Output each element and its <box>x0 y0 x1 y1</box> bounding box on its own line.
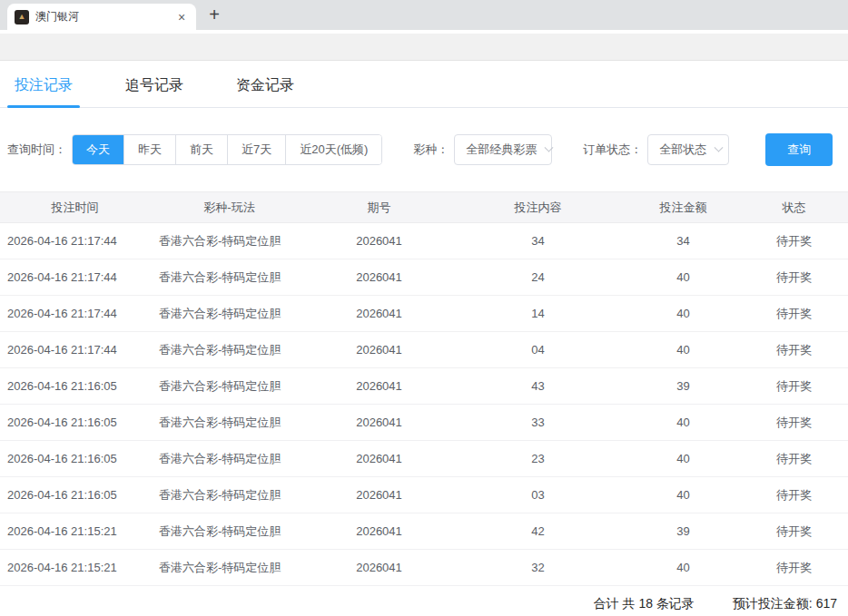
col-bet-content: 投注内容 <box>449 192 626 223</box>
cell-issue: 2026041 <box>309 368 449 405</box>
cell-status: 待开奖 <box>740 296 848 332</box>
cell-bet-amount: 39 <box>626 513 740 550</box>
cell-bet-content: 04 <box>449 332 626 368</box>
cell-issue: 2026041 <box>309 513 449 550</box>
cell-status: 待开奖 <box>740 441 848 477</box>
cell-status: 待开奖 <box>740 550 848 586</box>
table-row: 2026-04-16 21:17:44香港六合彩-特码定位胆2026041343… <box>0 223 848 259</box>
cell-bet-amount: 39 <box>626 368 740 405</box>
table-row: 2026-04-16 21:16:05香港六合彩-特码定位胆2026041433… <box>0 368 848 405</box>
cell-bet-content: 42 <box>449 513 626 550</box>
cell-lottery-play: 香港六合彩-特码定位胆 <box>150 477 309 513</box>
cell-issue: 2026041 <box>309 332 449 368</box>
time-option-3[interactable]: 近7天 <box>228 135 286 164</box>
cell-status: 待开奖 <box>740 223 848 259</box>
summary-bar: 合计 共 18 条记录 预计投注金额: 617 <box>0 596 848 612</box>
table-header-row: 投注时间 彩种-玩法 期号 投注内容 投注金额 状态 <box>0 192 848 223</box>
cell-bet-amount: 40 <box>626 259 740 296</box>
order-status-value: 全部状态 <box>659 142 706 158</box>
col-bet-amount: 投注金额 <box>626 192 740 223</box>
tab-fund-records[interactable]: 资金记录 <box>229 69 301 107</box>
time-range-group: 今天昨天前天近7天近20天(低频) <box>72 134 382 165</box>
table-row: 2026-04-16 21:17:44香港六合彩-特码定位胆2026041244… <box>0 259 848 296</box>
site-favicon-icon: ▲ <box>15 10 29 24</box>
cell-lottery-play: 香港六合彩-特码定位胆 <box>150 441 309 477</box>
cell-bet-time: 2026-04-16 21:15:21 <box>0 550 150 586</box>
galaxy-triangle-icon: ▲ <box>18 13 26 21</box>
new-tab-button[interactable]: + <box>202 3 227 28</box>
total-records-text: 合计 共 18 条记录 <box>594 596 695 612</box>
cell-status: 待开奖 <box>740 477 848 513</box>
cell-issue: 2026041 <box>309 259 449 296</box>
cell-lottery-play: 香港六合彩-特码定位胆 <box>150 513 309 550</box>
browser-tab[interactable]: ▲ 澳门银河 × <box>7 4 196 30</box>
cell-bet-amount: 40 <box>626 550 740 586</box>
cell-bet-time: 2026-04-16 21:16:05 <box>0 441 150 477</box>
cell-bet-content: 03 <box>449 477 626 513</box>
table-row: 2026-04-16 21:15:21香港六合彩-特码定位胆2026041324… <box>0 550 848 586</box>
order-status-label: 订单状态： <box>583 142 642 158</box>
browser-tab-title: 澳门银河 <box>35 9 174 24</box>
cell-bet-time: 2026-04-16 21:15:21 <box>0 513 150 550</box>
tab-chase-records[interactable]: 追号记录 <box>118 69 191 107</box>
cell-status: 待开奖 <box>740 368 848 405</box>
record-tabs: 投注记录追号记录资金记录 <box>0 61 848 108</box>
table-row: 2026-04-16 21:16:05香港六合彩-特码定位胆2026041334… <box>0 405 848 441</box>
cell-bet-content: 32 <box>449 550 626 586</box>
tab-bet-records[interactable]: 投注记录 <box>7 69 80 107</box>
cell-bet-amount: 40 <box>626 405 740 441</box>
browser-tab-bar: ▲ 澳门银河 × + <box>0 0 848 30</box>
cell-bet-content: 23 <box>449 441 626 477</box>
time-option-1[interactable]: 昨天 <box>124 135 176 164</box>
time-option-2[interactable]: 前天 <box>176 135 228 164</box>
table-row: 2026-04-16 21:17:44香港六合彩-特码定位胆2026041044… <box>0 332 848 368</box>
col-issue: 期号 <box>309 192 449 223</box>
col-lottery-play: 彩种-玩法 <box>150 192 309 223</box>
cell-bet-time: 2026-04-16 21:16:05 <box>0 405 150 441</box>
cell-bet-amount: 40 <box>626 477 740 513</box>
cell-lottery-play: 香港六合彩-特码定位胆 <box>150 405 309 441</box>
cell-lottery-play: 香港六合彩-特码定位胆 <box>150 296 309 332</box>
cell-status: 待开奖 <box>740 259 848 296</box>
table-row: 2026-04-16 21:16:05香港六合彩-特码定位胆2026041234… <box>0 441 848 477</box>
filter-bar: 查询时间： 今天昨天前天近7天近20天(低频) 彩种： 全部经典彩票 订单状态：… <box>7 133 848 166</box>
query-button[interactable]: 查询 <box>765 133 833 166</box>
time-option-4[interactable]: 近20天(低频) <box>286 135 381 164</box>
cell-issue: 2026041 <box>309 441 449 477</box>
cell-lottery-play: 香港六合彩-特码定位胆 <box>150 550 309 586</box>
cell-issue: 2026041 <box>309 223 449 259</box>
cell-bet-time: 2026-04-16 21:17:44 <box>0 223 150 259</box>
cell-issue: 2026041 <box>309 550 449 586</box>
cell-bet-amount: 40 <box>626 332 740 368</box>
lottery-select-value: 全部经典彩票 <box>466 142 537 158</box>
order-status-select[interactable]: 全部状态 <box>647 134 729 165</box>
cell-bet-content: 33 <box>449 405 626 441</box>
cell-bet-time: 2026-04-16 21:16:05 <box>0 477 150 513</box>
cell-issue: 2026041 <box>309 296 449 332</box>
col-bet-time: 投注时间 <box>0 192 150 223</box>
bet-records-table: 投注时间 彩种-玩法 期号 投注内容 投注金额 状态 2026-04-16 21… <box>0 191 848 586</box>
cell-bet-amount: 40 <box>626 296 740 332</box>
cell-bet-content: 24 <box>449 259 626 296</box>
cell-bet-content: 43 <box>449 368 626 405</box>
table-row: 2026-04-16 21:16:05香港六合彩-特码定位胆2026041034… <box>0 477 848 513</box>
cell-bet-content: 14 <box>449 296 626 332</box>
cell-bet-amount: 40 <box>626 441 740 477</box>
cell-bet-time: 2026-04-16 21:17:44 <box>0 332 150 368</box>
col-status: 状态 <box>740 192 848 223</box>
cell-lottery-play: 香港六合彩-特码定位胆 <box>150 368 309 405</box>
time-option-0[interactable]: 今天 <box>73 135 124 164</box>
cell-status: 待开奖 <box>740 405 848 441</box>
cell-bet-time: 2026-04-16 21:17:44 <box>0 259 150 296</box>
table-row: 2026-04-16 21:15:21香港六合彩-特码定位胆2026041423… <box>0 513 848 550</box>
cell-lottery-play: 香港六合彩-特码定位胆 <box>150 259 309 296</box>
cell-issue: 2026041 <box>309 477 449 513</box>
cell-lottery-play: 香港六合彩-特码定位胆 <box>150 223 309 259</box>
table-row: 2026-04-16 21:17:44香港六合彩-特码定位胆2026041144… <box>0 296 848 332</box>
close-tab-icon[interactable]: × <box>174 10 189 24</box>
chevron-down-icon <box>545 142 554 152</box>
cell-status: 待开奖 <box>740 513 848 550</box>
lottery-select[interactable]: 全部经典彩票 <box>454 134 552 165</box>
cell-bet-content: 34 <box>449 223 626 259</box>
cell-status: 待开奖 <box>740 332 848 368</box>
